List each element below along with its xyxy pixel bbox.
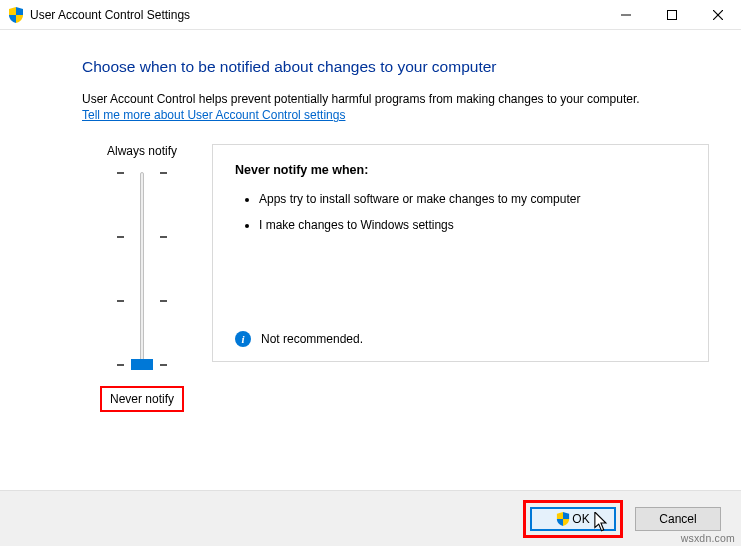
- slider-label-top: Always notify: [82, 144, 202, 158]
- panel-bullet: Apps try to install software or make cha…: [259, 191, 686, 207]
- maximize-button[interactable]: [649, 0, 695, 30]
- slider-label-bottom: Never notify: [100, 386, 184, 412]
- recommendation-text: Not recommended.: [261, 332, 363, 346]
- uac-shield-icon: [8, 7, 24, 23]
- window-buttons: [603, 0, 741, 30]
- window-title: User Account Control Settings: [30, 8, 190, 22]
- cancel-button-label: Cancel: [659, 512, 696, 526]
- main-row: Always notify Never notify Never notify …: [82, 144, 709, 412]
- description-panel: Never notify me when: Apps try to instal…: [212, 144, 709, 362]
- watermark: wsxdn.com: [681, 532, 735, 544]
- info-icon: i: [235, 331, 251, 347]
- slider-column: Always notify Never notify: [82, 144, 202, 412]
- uac-shield-icon: [556, 512, 570, 526]
- minimize-button[interactable]: [603, 0, 649, 30]
- cancel-button[interactable]: Cancel: [635, 507, 721, 531]
- page-heading: Choose when to be notified about changes…: [82, 58, 709, 76]
- uac-slider[interactable]: [117, 168, 167, 368]
- page-description: User Account Control helps prevent poten…: [82, 92, 709, 106]
- panel-title: Never notify me when:: [235, 163, 686, 177]
- content-area: Choose when to be notified about changes…: [0, 30, 741, 412]
- recommendation-row: i Not recommended.: [235, 331, 363, 347]
- svg-rect-1: [668, 10, 677, 19]
- ok-button-label: OK: [572, 512, 589, 526]
- help-link[interactable]: Tell me more about User Account Control …: [82, 108, 345, 122]
- slider-thumb[interactable]: [131, 359, 153, 370]
- ok-button[interactable]: OK: [530, 507, 616, 531]
- dialog-footer: OK Cancel: [0, 490, 741, 546]
- panel-bullet: I make changes to Windows settings: [259, 217, 686, 233]
- close-button[interactable]: [695, 0, 741, 30]
- slider-label-bottom-wrap: Never notify: [82, 386, 202, 412]
- ok-highlight: OK: [523, 500, 623, 538]
- titlebar: User Account Control Settings: [0, 0, 741, 30]
